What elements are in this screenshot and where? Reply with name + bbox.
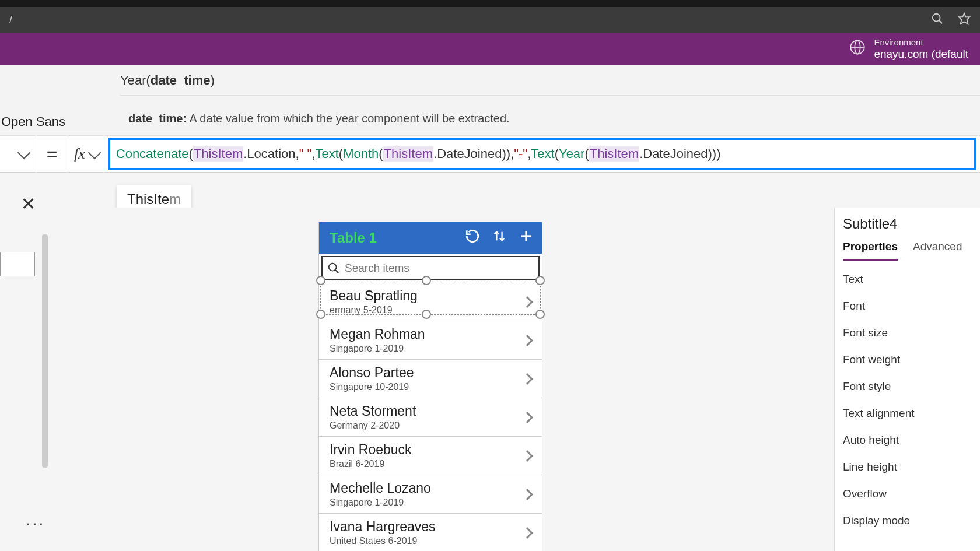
item-subtitle: Singapore 1-2019: [330, 497, 431, 508]
tab-advanced[interactable]: Advanced: [913, 240, 963, 261]
list-item[interactable]: Irvin RoebuckBrazil 6-2019: [319, 437, 542, 475]
font-name-label[interactable]: Open Sans: [1, 114, 65, 129]
list-item[interactable]: Neta StormentGermany 2-2020: [319, 398, 542, 437]
chevron-right-icon[interactable]: [522, 412, 533, 423]
refresh-icon[interactable]: [465, 229, 480, 248]
property-row[interactable]: Display mode: [843, 514, 980, 527]
list-item[interactable]: Alonso ParteeSingapore 10-2019: [319, 360, 542, 398]
property-row[interactable]: Auto height: [843, 434, 980, 447]
help-signature-row: Year(date_time): [0, 65, 980, 96]
help-description-row: date_time: A date value from which the y…: [0, 96, 980, 135]
list-item[interactable]: Mechelle LozanoSingapore 1-2019: [319, 475, 542, 514]
search-icon: [327, 262, 340, 275]
globe-icon: [849, 39, 866, 59]
env-value: enayu.com (default: [874, 48, 968, 61]
close-icon[interactable]: ✕: [21, 194, 36, 214]
svg-marker-2: [959, 13, 970, 23]
item-name: Alonso Partee: [330, 365, 414, 381]
formula-input[interactable]: Concatenate(ThisItem.Location, " ", Text…: [108, 138, 977, 170]
item-name: Neta Storment: [330, 403, 416, 419]
add-icon[interactable]: [519, 229, 534, 248]
list-item[interactable]: Beau Spratlingermany 5-2019: [319, 283, 542, 321]
ribbon-left-edge: [0, 65, 120, 96]
browser-tabstrip: [0, 0, 980, 7]
item-name: Mechelle Lozano: [330, 480, 431, 496]
panel-tabs: Properties Advanced: [843, 240, 980, 261]
function-signature: Year(date_time): [120, 73, 215, 88]
browser-url-bar: /: [0, 7, 980, 33]
gallery-header: Table 1: [319, 222, 542, 254]
property-list: TextFontFont sizeFont weightFont styleTe…: [843, 273, 980, 527]
item-name: Irvin Roebuck: [330, 442, 412, 458]
property-dropdown[interactable]: [0, 136, 36, 172]
selected-control-name: Subtitle4: [843, 216, 980, 232]
star-icon[interactable]: [958, 12, 971, 28]
fx-button[interactable]: fx: [68, 136, 104, 172]
item-subtitle: Germany 2-2020: [330, 420, 416, 431]
item-name: Megan Rohman: [330, 327, 425, 342]
chevron-right-icon[interactable]: [522, 296, 533, 308]
item-subtitle: United States 6-2019: [330, 536, 436, 546]
chevron-right-icon[interactable]: [522, 489, 533, 500]
scrollbar[interactable]: [42, 234, 48, 468]
left-rail-input[interactable]: [0, 252, 35, 276]
search-input[interactable]: [345, 262, 534, 275]
search-box[interactable]: [321, 256, 540, 280]
property-row[interactable]: Font: [843, 300, 980, 313]
chevron-down-icon: [88, 146, 102, 160]
env-label: Environment: [874, 37, 968, 47]
chevron-right-icon[interactable]: [522, 335, 533, 346]
item-subtitle: ermany 5-2019: [330, 305, 418, 315]
properties-panel: Subtitle4 Properties Advanced TextFontFo…: [834, 208, 980, 551]
chevron-right-icon[interactable]: [522, 373, 533, 385]
more-icon[interactable]: ...: [26, 508, 45, 530]
property-row[interactable]: Font weight: [843, 353, 980, 366]
chevron-right-icon[interactable]: [522, 450, 533, 462]
property-row[interactable]: Line height: [843, 461, 980, 473]
gallery-title: Table 1: [330, 230, 377, 246]
property-row[interactable]: Font size: [843, 327, 980, 339]
fx-icon: fx: [74, 145, 85, 163]
svg-line-1: [939, 20, 943, 23]
search-icon[interactable]: [931, 12, 944, 28]
item-subtitle: Singapore 10-2019: [330, 382, 414, 392]
property-row[interactable]: Text: [843, 273, 980, 286]
url-text: /: [9, 14, 12, 26]
property-row[interactable]: Overflow: [843, 487, 980, 500]
item-name: Beau Spratling: [330, 288, 418, 304]
gallery-preview: Table 1 Beau Spratlingermany 5-2019Megan…: [318, 222, 542, 551]
list-item[interactable]: Megan RohmanSingapore 1-2019: [319, 321, 542, 360]
tab-properties[interactable]: Properties: [843, 240, 898, 261]
param-description: date_time: A date value from which the y…: [128, 112, 980, 125]
gallery-list: Beau Spratlingermany 5-2019Megan RohmanS…: [319, 283, 542, 551]
item-name: Ivana Hargreaves: [330, 519, 436, 535]
chevron-down-icon: [18, 146, 31, 160]
sort-icon[interactable]: [493, 229, 506, 248]
svg-line-11: [335, 270, 339, 273]
item-subtitle: Singapore 1-2019: [330, 343, 425, 354]
item-subtitle: Brazil 6-2019: [330, 459, 412, 469]
app-header: Environment enayu.com (default: [0, 33, 980, 65]
svg-point-10: [329, 264, 337, 271]
equals-sign: =: [36, 143, 68, 165]
formula-bar: = fx Concatenate(ThisItem.Location, " ",…: [0, 135, 980, 173]
environment-selector[interactable]: Environment enayu.com (default: [849, 37, 968, 60]
svg-point-0: [933, 13, 940, 21]
property-row[interactable]: Font style: [843, 380, 980, 393]
chevron-right-icon[interactable]: [522, 527, 533, 539]
property-row[interactable]: Text alignment: [843, 407, 980, 420]
list-item[interactable]: Ivana HargreavesUnited States 6-2019: [319, 514, 542, 551]
